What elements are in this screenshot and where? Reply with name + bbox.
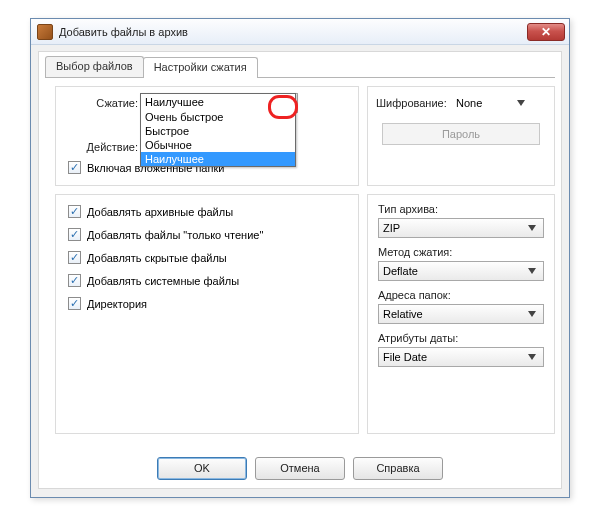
chevron-down-icon	[524, 220, 539, 236]
close-icon: ✕	[541, 25, 551, 39]
password-button[interactable]: Пароль	[382, 123, 540, 145]
dropdown-selected: Наилучшее	[141, 94, 295, 110]
checkbox-nested[interactable]: ✓	[68, 161, 81, 174]
checkbox-readonly-files-label: Добавлять файлы "только чтение"	[87, 229, 263, 241]
archive-type-value: ZIP	[383, 222, 524, 234]
help-button[interactable]: Справка	[353, 457, 443, 480]
folder-addresses-label: Адреса папок:	[378, 289, 554, 301]
checkbox-system-files[interactable]: ✓	[68, 274, 81, 287]
folder-addresses-combo[interactable]: Relative	[378, 304, 544, 324]
tab-compression-settings[interactable]: Настройки сжатия	[143, 57, 258, 78]
window-title: Добавить файлы в архив	[59, 26, 527, 38]
dropdown-item-best[interactable]: Наилучшее	[141, 152, 295, 166]
close-button[interactable]: ✕	[527, 23, 565, 41]
date-attributes-combo[interactable]: File Date	[378, 347, 544, 367]
app-icon	[37, 24, 53, 40]
encryption-label: Шифрование:	[376, 97, 448, 109]
dialog-window: Добавить файлы в архив ✕ Выбор файлов На…	[30, 18, 570, 498]
cancel-button[interactable]: Отмена	[255, 457, 345, 480]
checkbox-system-files-label: Добавлять системные файлы	[87, 275, 239, 287]
folder-addresses-value: Relative	[383, 308, 524, 320]
tab-body: Сжатие: Наилучшее Действие: ✓ Включая вл…	[45, 77, 555, 443]
checkbox-hidden-files[interactable]: ✓	[68, 251, 81, 264]
date-attributes-label: Атрибуты даты:	[378, 332, 554, 344]
checkbox-archive-files-label: Добавлять архивные файлы	[87, 206, 233, 218]
dialog-buttons: OK Отмена Справка	[39, 457, 561, 480]
checkbox-archive-files[interactable]: ✓	[68, 205, 81, 218]
tabstrip: Выбор файлов Настройки сжатия	[45, 56, 561, 77]
encryption-combo[interactable]: None	[452, 93, 532, 113]
compression-method-label: Метод сжатия:	[378, 246, 554, 258]
archive-type-label: Тип архива:	[378, 203, 554, 215]
group-add-options: ✓Добавлять архивные файлы ✓Добавлять фай…	[55, 194, 359, 434]
compression-method-value: Deflate	[383, 265, 524, 277]
compression-dropdown: Наилучшее Очень быстрое Быстрое Обычное …	[140, 93, 296, 167]
client-area: Выбор файлов Настройки сжатия Сжатие: На…	[38, 51, 562, 489]
checkbox-hidden-files-label: Добавлять скрытые файлы	[87, 252, 227, 264]
dropdown-item-normal[interactable]: Обычное	[141, 138, 295, 152]
group-archive-settings: Тип архива: ZIP Метод сжатия: Deflate Ад…	[367, 194, 555, 434]
chevron-down-icon	[524, 349, 539, 365]
archive-type-combo[interactable]: ZIP	[378, 218, 544, 238]
group-encryption: Шифрование: None Пароль	[367, 86, 555, 186]
checkbox-directory-label: Директория	[87, 298, 147, 310]
chevron-down-icon	[524, 263, 539, 279]
chevron-down-icon	[524, 306, 539, 322]
checkbox-readonly-files[interactable]: ✓	[68, 228, 81, 241]
checkbox-directory[interactable]: ✓	[68, 297, 81, 310]
dropdown-item-very-fast[interactable]: Очень быстрое	[141, 110, 295, 124]
ok-button[interactable]: OK	[157, 457, 247, 480]
titlebar: Добавить файлы в архив ✕	[31, 19, 569, 45]
compression-label: Сжатие:	[66, 97, 138, 109]
chevron-down-icon	[513, 95, 528, 111]
dropdown-item-fast[interactable]: Быстрое	[141, 124, 295, 138]
encryption-value: None	[456, 97, 513, 109]
date-attributes-value: File Date	[383, 351, 524, 363]
tab-file-selection[interactable]: Выбор файлов	[45, 56, 144, 77]
action-label: Действие:	[66, 141, 138, 153]
compression-method-combo[interactable]: Deflate	[378, 261, 544, 281]
